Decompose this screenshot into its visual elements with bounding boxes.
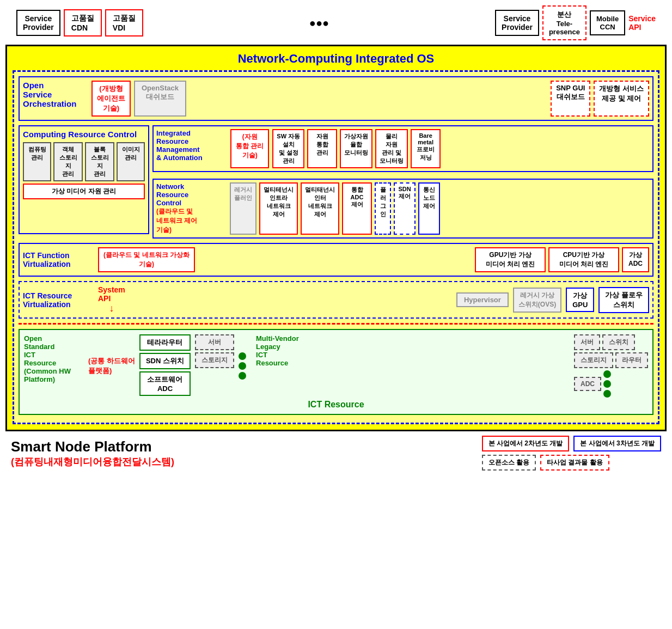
- red-dashed-line: [19, 323, 653, 325]
- smart-node-title: Smart Node Platform: [11, 438, 174, 455]
- ict-res-row: ICT ResourceVirtualization SystemAPI ↓ H…: [19, 281, 653, 319]
- legend-area: 본 사업에서 2차년도 개발 본 사업에서 3차년도 개발 오픈소스 활용 타사…: [482, 436, 661, 471]
- hw-adc: 소프트웨어ADC: [139, 371, 191, 396]
- legend-2nd-year: 본 사업에서 2차년도 개발: [482, 436, 570, 451]
- circle-3: [239, 372, 246, 380]
- ict-resource-bottom: OpenStandardICTResource(Common HWPlatfor…: [19, 329, 653, 415]
- openstack-box: OpenStack대쉬보드: [134, 81, 186, 117]
- open-standard-label: OpenStandardICTResource(Common HWPlatfor…: [24, 334, 84, 398]
- top-area: Service Provider 고품질 CDN 고품질 VDI ●●● Ser…: [5, 5, 667, 40]
- orch-tag: (개방형에이전트기술): [91, 81, 131, 117]
- mv-circles: [603, 370, 611, 398]
- legend-row-1: 본 사업에서 2차년도 개발 본 사업에서 3차년도 개발: [482, 436, 661, 451]
- system-api-label: SystemAPI: [98, 285, 125, 303]
- ict-func-grid: GPU기반 가상미디어 처리 엔진 CPU기반 가상미디어 처리 엔진 가상AD…: [475, 247, 649, 272]
- legend-row-2: 오픈소스 활용 타사업 결과물 활용: [482, 455, 609, 471]
- virtual-flow-box: 가상 플로우스위치: [598, 287, 649, 313]
- page-wrapper: Service Provider 고품질 CDN 고품질 VDI ●●● Ser…: [0, 0, 672, 480]
- hw-platform-tag: (공통 하드웨어플랫폼): [88, 356, 135, 376]
- right-service-provider: ServiceProvider 분산Tele-presence MobileCC…: [495, 5, 656, 40]
- tele-box: 분산Tele-presence: [542, 5, 587, 40]
- virtual-media-box: 가상 미디어 자원 관리: [23, 184, 145, 199]
- nrc-label: NetworkResourceControl (클라우드 및네트워크 제어기술): [156, 182, 227, 235]
- smart-node-subtitle: (컴퓨팅내재형미디어융합전달시스템): [11, 455, 174, 468]
- smart-node-section: Smart Node Platform (컴퓨팅내재형미디어융합전달시스템) 본…: [5, 431, 667, 475]
- comp-box-4: 이미지관리: [117, 142, 145, 181]
- ict-resource-title: ICT Resource: [24, 400, 648, 410]
- service-api-label: ServiceAPI: [628, 14, 656, 32]
- dots: ●●●: [309, 17, 329, 29]
- crc-title: Computing Resource Control: [23, 130, 145, 139]
- nrc-item-2: 멀티태넌시인터네트워크제어: [301, 182, 339, 235]
- irm-row: IntegratedResourceManagement& Automation…: [152, 125, 653, 172]
- ncio-inner: OpenServiceOrchestration (개방형에이전트기술) Ope…: [13, 70, 659, 424]
- irm-item-2: 자원통합관리: [307, 129, 337, 168]
- legend-3rd-year: 본 사업에서 3차년도 개발: [573, 436, 661, 451]
- nrc-row: NetworkResourceControl (클라우드 및네트워크 제어기술)…: [152, 179, 653, 239]
- nrc-item-3: 통합ADC제어: [342, 182, 372, 235]
- irm-tag: (자원통합 관리기술): [230, 129, 269, 168]
- server-box: 서버: [195, 334, 234, 350]
- irm-item-4: 물리자원관리 및모니터링: [375, 129, 408, 168]
- ict-resource-inner: OpenStandardICTResource(Common HWPlatfor…: [24, 334, 648, 398]
- irm-item-5: Baremetal프로비저닝: [411, 129, 441, 168]
- mv-storage: 스토리지: [574, 352, 613, 368]
- mv-switch: 스위치: [602, 334, 635, 350]
- nrc-item-6: 통신노드제어: [418, 182, 440, 235]
- ncio-title: Network-Computing Integrated OS: [13, 52, 659, 66]
- mv-circle-2: [603, 380, 611, 388]
- crc-section: Computing Resource Control 컴퓨팅관리 객체스토리지관…: [19, 125, 149, 234]
- main-container: Network-Computing Integrated OS OpenServ…: [5, 45, 667, 431]
- legacy-ovs-box: 레거시 가상스위치(OVS): [513, 288, 561, 313]
- gpu-engine: GPU기반 가상미디어 처리 엔진: [475, 247, 546, 272]
- hw-sdn: SDN 스위치: [139, 353, 191, 369]
- mobile-ccn-box: MobileCCN: [590, 10, 625, 35]
- mv-router: 라우터: [615, 352, 648, 368]
- legend-opensource: 오픈소스 활용: [482, 455, 536, 471]
- smart-node-text: Smart Node Platform (컴퓨팅내재형미디어융합전달시스템): [11, 438, 174, 468]
- sp-label-right: ServiceProvider: [495, 10, 539, 36]
- left-service-provider: Service Provider 고품질 CDN 고품질 VDI: [16, 9, 143, 36]
- orchestration-row: OpenServiceOrchestration (개방형에이전트기술) Ope…: [19, 76, 653, 121]
- storage-box: 스토리지: [195, 352, 234, 368]
- irm-tech-grid: SW 자동설치및 설정관리 자원통합관리 가상자원율합모니터링 물리자원관리 및…: [272, 129, 441, 168]
- ict-func-tag: (클라우드 및 네트워크 가상화기술): [98, 247, 195, 272]
- circle-1: [239, 352, 246, 360]
- irm-item-1: SW 자동설치및 설정관리: [272, 129, 304, 168]
- mv-server: 서버: [574, 334, 600, 350]
- nrc-item-4: 플러그인: [375, 182, 391, 235]
- multi-vendor-label: Multi-VendorLegacyICTResource: [256, 334, 570, 367]
- vdi-box: 고품질 VDI: [105, 9, 143, 36]
- legend-other-project: 타사업 결과물 활용: [540, 455, 609, 471]
- irm-item-3: 가상자원율합모니터링: [340, 129, 372, 168]
- nrc-item-1: 멀티테넌시인트라네트워크제어: [259, 182, 298, 235]
- mv-circle-1: [603, 370, 611, 378]
- hardware-items: 테라라우터 SDN 스위치 소프트웨어ADC: [139, 334, 191, 398]
- server-storage-col: 서버 스토리지: [195, 334, 234, 398]
- nrc-tech-grid: 멀티테넌시인트라네트워크제어 멀티태넌시인터네트워크제어 통합ADC제어 플러그…: [259, 182, 440, 235]
- circles-col: [239, 334, 246, 398]
- cdn-box: 고품질 CDN: [64, 9, 102, 36]
- hw-tera: 테라라우터: [139, 334, 191, 351]
- arrow-down: ↓: [109, 303, 114, 314]
- irm-label: IntegratedResourceManagement& Automation: [156, 129, 227, 168]
- mv-adc: ADC: [574, 377, 601, 391]
- computing-left: 컴퓨팅관리 객체스토리지관리 블록스토리지관리 이미지관리 가상 미디어 자원 …: [23, 142, 145, 199]
- virtual-adc: 가상ADC: [622, 247, 649, 272]
- ict-func-row: ICT FunctionVirtualization (클라우드 및 네트워크 …: [19, 243, 653, 277]
- sp-label-left: Service Provider: [16, 10, 60, 36]
- cpu-engine: CPU기반 가상미디어 처리 엔진: [548, 247, 619, 272]
- comp-box-2: 객체스토리지관리: [53, 142, 83, 181]
- legacy-box: 레거시플러인: [230, 182, 256, 235]
- comp-box-3: 블록스토리지관리: [85, 142, 114, 181]
- orch-label: OpenServiceOrchestration: [23, 81, 88, 117]
- open-service-box: 개방형 서비스제공 및 제어: [594, 81, 649, 117]
- computing-boxes-row: 컴퓨팅관리 객체스토리지관리 블록스토리지관리 이미지관리: [23, 142, 145, 181]
- ict-res-label: ICT ResourceVirtualization: [23, 291, 94, 309]
- snp-gui-box: SNP GUI대쉬보드: [551, 81, 590, 117]
- ict-func-label: ICT FunctionVirtualization: [23, 251, 94, 268]
- comp-box-1: 컴퓨팅관리: [23, 142, 51, 181]
- hypervisor-box: Hypervisor: [456, 292, 509, 307]
- circle-2: [239, 362, 246, 370]
- nrc-item-5: SDN제어: [394, 182, 416, 235]
